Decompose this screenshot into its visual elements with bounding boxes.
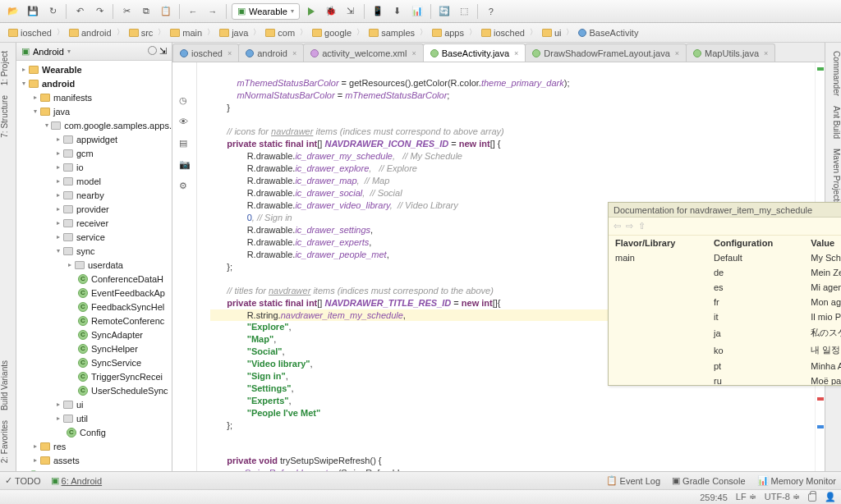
tab-structure[interactable]: 7: Structure [0, 90, 9, 143]
close-icon[interactable]: × [227, 49, 232, 57]
forward-icon[interactable]: → [205, 3, 221, 20]
editor-tab[interactable]: iosched× [172, 44, 239, 62]
open-icon[interactable]: 📂 [5, 3, 21, 20]
redo-icon[interactable]: ↷ [91, 3, 108, 20]
tree-node[interactable]: io [76, 163, 84, 172]
close-icon[interactable]: × [411, 49, 416, 57]
tree-node[interactable]: res [53, 442, 66, 451]
tree-node[interactable]: appwidget [76, 135, 117, 144]
tree-node[interactable]: TriggerSyncRecei [91, 372, 163, 382]
col-flavor: Flavor/Library [609, 236, 707, 250]
documentation-popup[interactable]: Documentation for navdrawer_item_my_sche… [608, 202, 841, 386]
left-tool-strip: 1: Project 7: Structure Build Variants 2… [0, 43, 16, 471]
lock-icon[interactable] [808, 493, 816, 502]
tree-node[interactable]: model [76, 176, 101, 186]
tree-node[interactable]: Gradle Scripts [42, 470, 103, 472]
attach-icon[interactable]: ⇲ [342, 3, 359, 20]
tree-node[interactable]: service [76, 232, 105, 242]
hector-icon[interactable]: 👤 [825, 492, 836, 502]
tree-node[interactable]: gcm [76, 149, 94, 158]
tree-node[interactable]: Config [80, 428, 106, 438]
tab-project[interactable]: 1: Project [0, 46, 9, 90]
line-separator[interactable]: LF ≑ [736, 492, 756, 502]
tree-node[interactable]: provider [76, 204, 109, 214]
ddms-icon[interactable]: 📊 [409, 3, 425, 20]
inspect-icon[interactable]: ▤ [179, 138, 191, 149]
cut-icon[interactable]: ✂ [118, 3, 135, 20]
doc-popup-title[interactable]: Documentation for navdrawer_item_my_sche… [609, 203, 841, 218]
gear-icon[interactable] [148, 46, 157, 55]
tree-node[interactable]: EventFeedbackAp [91, 288, 165, 298]
close-icon[interactable]: × [675, 49, 679, 57]
history-icon[interactable]: ◷ [179, 95, 191, 107]
editor-tab[interactable]: MapUtils.java× [686, 44, 775, 62]
tree-node[interactable]: nearby [76, 190, 104, 200]
tab-label: DrawShadowFrameLayout.java [544, 48, 669, 58]
refresh-icon[interactable]: ↻ [44, 3, 61, 20]
save-icon[interactable]: 💾 [25, 3, 41, 20]
tree-node[interactable]: SyncAdapter [91, 330, 143, 340]
tree-node[interactable]: UserScheduleSync [91, 386, 168, 396]
tab-android-logcat[interactable]: ▣ 6: Android [51, 475, 103, 486]
project-view-mode[interactable]: Android [33, 47, 64, 57]
run-config-selector[interactable]: ▣ Wearable ▾ [232, 3, 300, 20]
tab-commander[interactable]: Commander [825, 46, 841, 101]
tree-node[interactable]: SyncService [91, 358, 141, 368]
editor-panel: iosched×android×activity_welcome.xml×Bas… [172, 43, 825, 471]
tree-node[interactable]: manifests [53, 93, 92, 103]
caret-position[interactable]: 259:45 [700, 493, 728, 502]
tree-node[interactable]: assets [53, 456, 80, 465]
editor-tab[interactable]: BaseActivity.java× [423, 44, 526, 62]
file-encoding[interactable]: UTF-8 ≑ [765, 492, 800, 502]
tab-memory-monitor[interactable]: 📊 Memory Monitor [757, 475, 836, 486]
tree-node[interactable]: userdata [88, 260, 123, 270]
tree-node[interactable]: Wearable [42, 65, 82, 75]
editor-tab[interactable]: DrawShadowFrameLayout.java× [525, 44, 687, 62]
tab-ant[interactable]: Ant Build [825, 101, 841, 144]
tree-node[interactable]: com.google.samples.apps. [64, 121, 172, 131]
nav-forward-icon[interactable]: ⇨ [626, 221, 633, 231]
editor-tab[interactable]: android× [238, 44, 304, 62]
tree-node[interactable]: SyncHelper [91, 344, 138, 354]
tab-event-log[interactable]: 📋 Event Log [606, 475, 661, 486]
undo-icon[interactable]: ↶ [71, 3, 88, 20]
close-icon[interactable]: × [764, 49, 768, 57]
tree-node[interactable]: ConferenceDataH [91, 274, 163, 284]
tab-favorites[interactable]: 2: Favorites [0, 415, 9, 468]
project-tree[interactable]: ▸Wearable ▾android ▸manifests ▾java ▾com… [16, 61, 172, 471]
collapse-icon[interactable]: ⇲ [159, 46, 167, 57]
copy-icon[interactable]: ⧉ [138, 3, 154, 20]
debug-button[interactable]: 🐞 [323, 3, 339, 20]
tree-node[interactable]: ui [76, 400, 84, 410]
tree-node[interactable]: FeedbackSyncHel [91, 302, 164, 312]
tree-node[interactable]: sync [76, 246, 95, 256]
tree-node[interactable]: util [76, 414, 88, 424]
tree-node[interactable]: RemoteConferenc [91, 316, 164, 326]
back-icon[interactable]: ← [185, 3, 201, 20]
mod-file-icon [180, 49, 188, 57]
help-icon[interactable]: ? [483, 3, 499, 20]
table-row: frMon agenda [609, 295, 841, 309]
watch-icon[interactable]: 👁 [179, 117, 191, 128]
run-button[interactable] [303, 3, 319, 20]
camera-icon[interactable]: 📷 [179, 159, 191, 171]
editor-tab[interactable]: activity_welcome.xml× [303, 44, 424, 62]
structure-icon[interactable]: ⬚ [456, 3, 472, 20]
tree-node[interactable]: receiver [76, 218, 108, 228]
avd-icon[interactable]: 📱 [370, 3, 386, 20]
nav-up-icon[interactable]: ⇧ [638, 221, 646, 231]
gear-icon[interactable]: ⚙ [179, 181, 191, 192]
nav-back-icon[interactable]: ⇦ [614, 221, 621, 231]
tab-todo[interactable]: ✓ TODO [5, 475, 41, 486]
close-icon[interactable]: × [514, 49, 518, 57]
sdk-icon[interactable]: ⬇ [389, 3, 406, 20]
tab-gradle-console[interactable]: ▣ Gradle Console [672, 475, 745, 486]
close-icon[interactable]: × [292, 49, 296, 57]
tab-build-variants[interactable]: Build Variants [0, 355, 9, 415]
tree-node[interactable]: java [53, 107, 70, 117]
paste-icon[interactable]: 📋 [158, 3, 174, 20]
sync-icon[interactable]: 🔄 [436, 3, 453, 20]
tab-maven[interactable]: Maven Projects [825, 144, 841, 210]
fold-gutter[interactable] [197, 62, 210, 471]
tree-node[interactable]: android [42, 79, 75, 89]
